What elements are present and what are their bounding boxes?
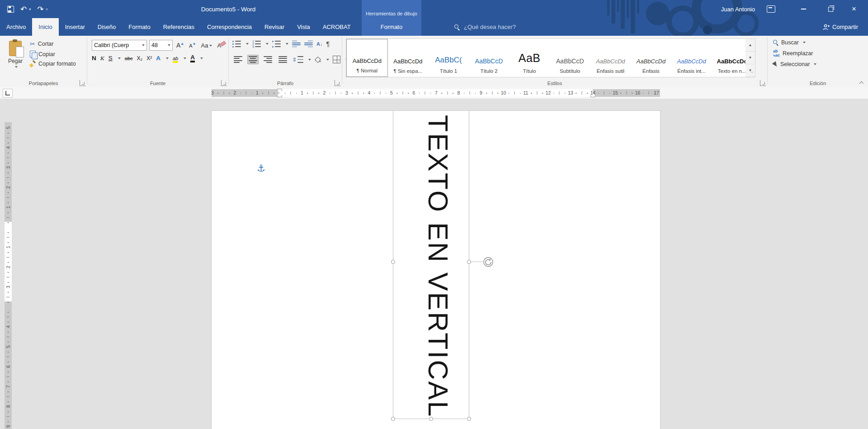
multilevel-dropdown-icon[interactable] xyxy=(286,43,288,45)
line-spacing-button[interactable]: ⇕ xyxy=(292,56,303,63)
select-button[interactable]: Seleccionar xyxy=(773,61,816,67)
subscript-button[interactable]: X₂ xyxy=(137,55,143,62)
customize-quick-access-icon[interactable]: ▿ xyxy=(46,7,48,11)
redo-icon[interactable]: ↷ xyxy=(37,5,43,13)
style-enfasis[interactable]: AaBbCcDdÉnfasis xyxy=(631,39,671,77)
tab-formato-contextual[interactable]: Formato xyxy=(362,18,421,36)
sort-button[interactable]: A↓ xyxy=(316,41,322,47)
style-titulo-1[interactable]: AaBbC(Título 1 xyxy=(428,39,469,77)
tab-stop-selector[interactable] xyxy=(3,89,13,98)
tab-acrobat[interactable]: ACROBAT xyxy=(316,18,357,36)
resize-handle-bottom-right[interactable] xyxy=(467,417,471,421)
undo-icon[interactable]: ↶ xyxy=(20,5,27,13)
estilos-dialog-launcher-icon[interactable] xyxy=(760,80,766,86)
align-right-button[interactable] xyxy=(262,55,274,64)
collapse-ribbon-icon[interactable] xyxy=(859,81,863,85)
text-effects-button[interactable]: A xyxy=(156,55,160,62)
justify-button[interactable] xyxy=(277,55,288,64)
tab-correspondencia[interactable]: Correspondencia xyxy=(201,18,258,36)
copy-button[interactable]: Copiar xyxy=(30,51,76,57)
ribbon-display-options-icon[interactable] xyxy=(767,5,775,13)
multilevel-list-button[interactable]: · xyxy=(272,41,281,48)
style-titulo-2[interactable]: AaBbCcDTítulo 2 xyxy=(469,39,509,77)
find-button[interactable]: Buscar xyxy=(773,39,816,46)
increase-indent-button[interactable] xyxy=(304,41,313,48)
align-center-button[interactable] xyxy=(247,55,259,64)
grow-font-button[interactable]: A▲ xyxy=(175,41,185,50)
font-name-combobox[interactable]: Calibri (Cuerp xyxy=(92,40,147,51)
paste-dropdown-icon[interactable] xyxy=(15,66,18,68)
close-button[interactable]: × xyxy=(844,0,864,18)
style-enfasis-intenso[interactable]: AaBbCcDdÉnfasis int... xyxy=(671,39,712,77)
numbering-dropdown-icon[interactable] xyxy=(266,43,269,45)
undo-dropdown-icon[interactable]: ▾ xyxy=(29,7,31,11)
find-dropdown-icon[interactable] xyxy=(803,42,806,43)
styles-scroll-up-icon[interactable]: ▲ xyxy=(745,39,755,52)
decrease-indent-button[interactable] xyxy=(292,41,301,48)
font-color-button[interactable]: A xyxy=(190,54,195,62)
tab-referencias[interactable]: Referencias xyxy=(157,18,201,36)
line-spacing-dropdown-icon[interactable] xyxy=(308,59,311,61)
shading-button[interactable] xyxy=(315,57,321,62)
tab-vista[interactable]: Vista xyxy=(291,18,316,36)
portapapeles-dialog-launcher-icon[interactable] xyxy=(80,80,85,86)
font-size-dropdown-icon[interactable] xyxy=(168,44,170,46)
parrafo-dialog-launcher-icon[interactable] xyxy=(335,80,340,86)
style-normal[interactable]: AaBbCcDd¶ Normal xyxy=(346,39,388,77)
rotation-handle-icon[interactable] xyxy=(483,257,494,267)
show-paragraph-marks-button[interactable]: ¶ xyxy=(326,40,330,48)
text-effects-dropdown-icon[interactable] xyxy=(166,57,169,59)
select-dropdown-icon[interactable] xyxy=(814,63,816,65)
underline-button[interactable]: S xyxy=(108,55,113,62)
tab-inicio[interactable]: Inicio xyxy=(32,18,58,36)
shrink-font-button[interactable]: A▼ xyxy=(188,41,197,49)
clear-formatting-button[interactable]: A xyxy=(216,41,222,50)
tab-insertar[interactable]: Insertar xyxy=(59,18,91,36)
horizontal-ruler[interactable]: 3211234567891011121314151617 xyxy=(212,89,660,97)
bold-button[interactable]: N xyxy=(92,55,96,62)
styles-scroll-down-icon[interactable]: ▼ xyxy=(745,52,755,64)
tab-diseno[interactable]: Diseño xyxy=(91,18,122,36)
textbox-left-border[interactable] xyxy=(393,111,393,419)
document-page[interactable]: ⚓ TEXTO EN VERTICAL xyxy=(212,111,660,429)
resize-handle-bottom-center[interactable] xyxy=(429,417,433,421)
shading-dropdown-icon[interactable] xyxy=(326,59,329,61)
strikethrough-button[interactable]: abc xyxy=(125,56,133,61)
user-name[interactable]: Juan Antonio xyxy=(721,0,755,18)
tab-archivo[interactable]: Archivo xyxy=(0,18,32,36)
vertical-ruler[interactable]: 54321123456789 xyxy=(5,122,12,429)
borders-button[interactable] xyxy=(333,56,340,63)
resize-handle-left[interactable] xyxy=(391,260,395,264)
document-area[interactable]: 54321123456789 ⚓ TEXTO EN VERTICAL xyxy=(0,99,868,429)
resize-handle-bottom-left[interactable] xyxy=(391,417,395,421)
style-enfasis-sutil[interactable]: AaBbCcDdÉnfasis sutil xyxy=(590,39,631,77)
underline-dropdown-icon[interactable] xyxy=(118,57,121,59)
replace-button[interactable]: ab⤷ac Reemplazar xyxy=(773,49,816,57)
font-color-dropdown-icon[interactable] xyxy=(200,57,203,59)
style-sin-espaciado[interactable]: AaBbCcDd¶ Sin espa... xyxy=(388,39,429,77)
style-titulo[interactable]: AaBTítulo xyxy=(509,39,550,77)
style-subtitulo[interactable]: AaBbCcDSubtítulo xyxy=(550,39,590,77)
format-painter-button[interactable]: Copiar formato xyxy=(30,61,76,67)
font-name-dropdown-icon[interactable] xyxy=(142,44,145,46)
restore-button[interactable] xyxy=(820,0,841,18)
textbox-text[interactable]: TEXTO EN VERTICAL xyxy=(423,115,453,418)
textbox-right-border[interactable] xyxy=(469,111,469,419)
paste-button[interactable]: Pegar xyxy=(4,39,27,76)
tab-formato[interactable]: Formato xyxy=(122,18,156,36)
fuente-dialog-launcher-icon[interactable] xyxy=(221,80,227,86)
change-case-button[interactable]: Aa xyxy=(200,41,214,50)
tell-me-search[interactable]: ¿Qué desea hacer? xyxy=(454,18,516,36)
superscript-button[interactable]: X² xyxy=(146,55,152,62)
save-icon[interactable] xyxy=(7,6,14,13)
resize-handle-right[interactable] xyxy=(467,260,471,264)
bullets-dropdown-icon[interactable] xyxy=(246,43,249,45)
font-size-combobox[interactable]: 48 xyxy=(149,40,173,51)
share-button[interactable]: Compartir xyxy=(823,18,858,36)
minimize-button[interactable] xyxy=(793,0,814,18)
italic-button[interactable]: K xyxy=(100,55,104,62)
highlight-button[interactable]: ab xyxy=(173,56,178,61)
styles-more-icon[interactable]: ▼̲ xyxy=(745,64,755,77)
cut-button[interactable]: ✂ Cortar xyxy=(30,40,76,48)
tab-revisar[interactable]: Revisar xyxy=(258,18,291,36)
